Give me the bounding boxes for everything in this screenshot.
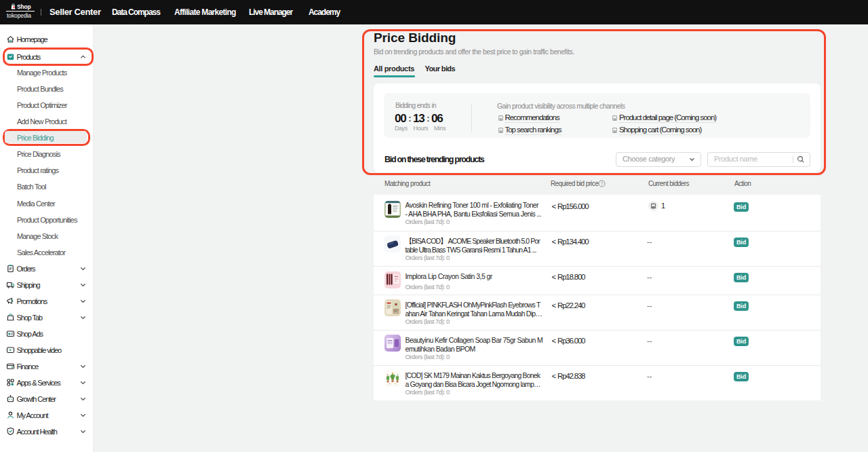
svg-text:?: ?: [600, 181, 603, 186]
